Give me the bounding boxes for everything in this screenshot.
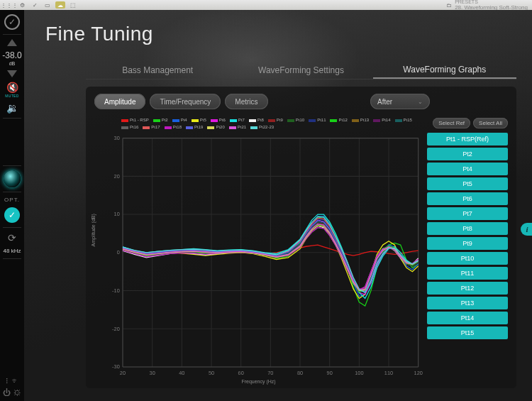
page-title: Fine Tuning <box>45 23 153 45</box>
chevron-down-icon: ⌄ <box>418 99 423 105</box>
tab-waveforming-graphs[interactable]: WaveForming Graphs <box>373 61 516 79</box>
point-button[interactable]: Pt10 <box>427 252 508 265</box>
topbar-check-icon[interactable]: ✓ <box>30 1 40 9</box>
svg-text:-30: -30 <box>112 363 120 370</box>
point-button[interactable]: Pt1 - RSP(Ref) <box>427 133 508 145</box>
legend-item: Pt4 <box>172 118 187 123</box>
after-select-label: After <box>377 98 392 106</box>
legend-item: Pt15 <box>395 118 412 123</box>
legend-item: Pt8 <box>249 118 264 123</box>
topbar-bottle-icon[interactable]: ⬚ <box>68 1 78 9</box>
point-button[interactable]: Pt13 <box>427 297 508 309</box>
y-axis-label: Amplitude (dB) <box>91 214 96 246</box>
view-pill-metrics[interactable]: Metrics <box>225 94 267 109</box>
legend-item: Pt20 <box>207 125 224 131</box>
point-list: Pt1 - RSP(Ref)Pt2Pt4Pt5Pt6Pt7Pt8Pt9Pt10P… <box>427 133 508 339</box>
legend-item: Pt1 - RSP <box>121 118 149 123</box>
optimizer-image[interactable] <box>3 170 21 187</box>
svg-text:20: 20 <box>114 172 120 179</box>
main-panel: Fine Tuning Bass ManagementWaveForming S… <box>24 10 532 401</box>
svg-text:70: 70 <box>267 370 273 376</box>
graph-panel: AmplitudeTime/FrequencyMetrics After ⌄ P… <box>86 87 516 388</box>
point-button[interactable]: Pt9 <box>427 237 508 250</box>
sample-rate: 48 kHz <box>3 248 21 254</box>
svg-text:0: 0 <box>117 249 120 256</box>
amplitude-chart: 2030405060708090100110120-30-20-10010203… <box>94 133 423 383</box>
legend-item: Pt12 <box>330 118 347 123</box>
tab-bass-management[interactable]: Bass Management <box>86 61 229 79</box>
power-icon[interactable]: ⏻ ⚙ <box>3 388 21 397</box>
status-check-icon[interactable] <box>4 14 20 30</box>
opt-label: OPT. <box>3 197 21 203</box>
volume-display: -38.0 dB <box>3 50 21 66</box>
legend-item: Pt14 <box>373 118 390 123</box>
point-button[interactable]: Pt6 <box>427 192 508 205</box>
svg-text:100: 100 <box>355 370 363 376</box>
preset-display[interactable]: 🗀 PRESETS 28. Waveforming Soft-Strong <box>446 0 528 11</box>
point-button[interactable]: Pt12 <box>427 282 508 295</box>
legend-item: Pt17 <box>143 125 160 131</box>
svg-text:40: 40 <box>179 370 184 376</box>
folder-icon: 🗀 <box>446 2 452 9</box>
topbar-grid-icon[interactable]: ⋮⋮⋮ <box>4 1 14 9</box>
topbar-gear-icon[interactable]: ⚙ <box>17 1 27 9</box>
view-pill-time-frequency[interactable]: Time/Frequency <box>150 94 221 109</box>
plot-legend: Pt1 - RSPPt2Pt4Pt5Pt6Pt7Pt8Pt9Pt10Pt11Pt… <box>94 118 423 131</box>
svg-text:110: 110 <box>384 370 393 376</box>
legend-item: Pt5 <box>192 118 206 123</box>
svg-text:-10: -10 <box>112 287 120 294</box>
point-selector-panel: Select Ref Select All Pt1 - RSP(Ref)Pt2P… <box>427 118 508 383</box>
svg-text:10: 10 <box>114 211 120 217</box>
point-button[interactable]: Pt7 <box>427 207 508 220</box>
legend-item: Pt10 <box>287 118 304 123</box>
svg-text:80: 80 <box>297 370 303 376</box>
point-button[interactable]: Pt2 <box>427 148 508 160</box>
volume-up-button[interactable] <box>3 39 21 46</box>
topbar-cloud-icon[interactable]: ☁ <box>55 1 65 9</box>
svg-text:50: 50 <box>209 370 214 376</box>
topbar-box-icon[interactable]: ▭ <box>43 1 52 9</box>
left-sidebar: -38.0 dB 🔇 MUTED 🔉 OPT. ✓ ⟳ 48 kHz ⋮ ᯤ ⏻… <box>0 10 24 401</box>
tab-waveforming-settings[interactable]: WaveForming Settings <box>229 61 372 79</box>
wifi-icon[interactable]: ⋮ ᯤ <box>5 376 19 385</box>
legend-item: Pt2 <box>153 118 168 123</box>
svg-text:-20: -20 <box>112 325 120 331</box>
point-button[interactable]: Pt8 <box>427 222 508 235</box>
main-tabs: Bass ManagementWaveForming SettingsWaveF… <box>86 61 516 79</box>
top-menu-bar: ⋮⋮⋮ ⚙ ✓ ▭ ☁ ⬚ 🗀 PRESETS 28. Waveforming … <box>0 0 532 10</box>
svg-text:60: 60 <box>238 370 244 376</box>
mute-button[interactable]: 🔇 MUTED <box>3 82 21 98</box>
view-pill-amplitude[interactable]: Amplitude <box>94 94 145 109</box>
legend-item: Pt16 <box>121 125 138 131</box>
point-button[interactable]: Pt14 <box>427 312 508 324</box>
legend-item: Pt22-23 <box>250 125 274 131</box>
x-axis-label: Frequency (Hz) <box>241 379 275 384</box>
opt-toggle[interactable]: ✓ <box>3 207 21 223</box>
point-button[interactable]: Pt11 <box>427 267 508 280</box>
volume-down-button[interactable] <box>3 70 21 77</box>
plot-area: Pt1 - RSPPt2Pt4Pt5Pt6Pt7Pt8Pt9Pt10Pt11Pt… <box>94 118 423 383</box>
speaker-muted-icon: 🔇 <box>6 82 18 93</box>
dim-button[interactable]: 🔉 <box>3 102 21 114</box>
svg-text:90: 90 <box>327 370 333 376</box>
legend-item: Pt19 <box>186 125 203 131</box>
select-all-button[interactable]: Select All <box>473 118 508 128</box>
point-button[interactable]: Pt15 <box>427 326 508 339</box>
speaker-icon: 🔉 <box>6 102 18 114</box>
info-button[interactable]: i <box>521 223 532 236</box>
legend-item: Pt18 <box>165 125 182 131</box>
legend-item: Pt9 <box>268 118 283 123</box>
legend-item: Pt7 <box>230 118 245 123</box>
svg-text:120: 120 <box>414 370 423 376</box>
after-select[interactable]: After ⌄ <box>370 94 430 109</box>
point-button[interactable]: Pt4 <box>427 163 508 175</box>
legend-item: Pt21 <box>229 125 246 131</box>
legend-item: Pt6 <box>211 118 226 123</box>
point-button[interactable]: Pt5 <box>427 177 508 190</box>
view-pills: AmplitudeTime/FrequencyMetrics After ⌄ <box>94 94 508 109</box>
svg-text:30: 30 <box>114 135 120 141</box>
select-ref-button[interactable]: Select Ref <box>433 118 470 128</box>
svg-text:20: 20 <box>120 370 126 376</box>
refresh-button[interactable]: ⟳ <box>3 232 21 243</box>
svg-text:30: 30 <box>150 370 155 376</box>
